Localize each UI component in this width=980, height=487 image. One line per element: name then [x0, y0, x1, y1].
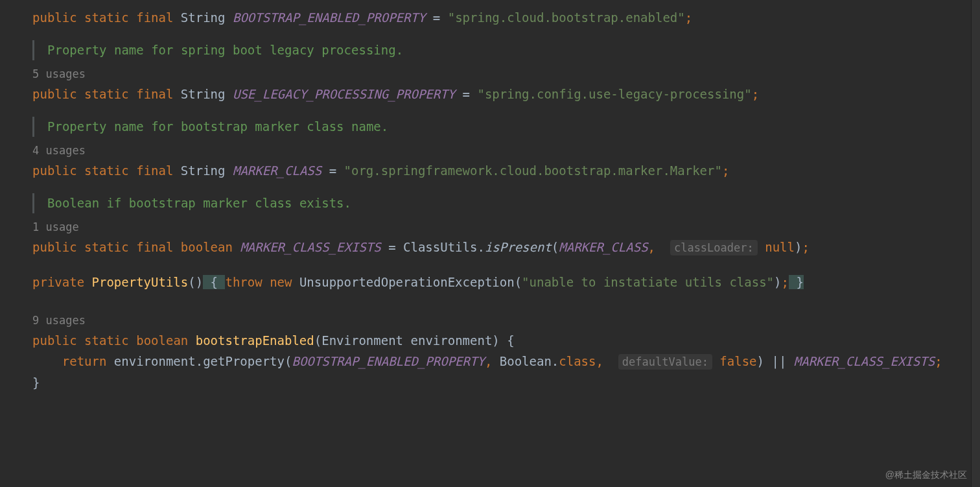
- method-bootstrapenabled: bootstrapEnabled: [196, 333, 314, 348]
- code-line: private PropertyUtils() { throw new Unsu…: [32, 272, 980, 292]
- type-string: String: [181, 10, 226, 25]
- usages-hint[interactable]: 9 usages: [32, 312, 980, 329]
- string-literal: "spring.config.use-legacy-processing": [477, 87, 751, 101]
- watermark: @稀土掘金技术社区: [885, 468, 967, 482]
- scrollbar[interactable]: [971, 0, 980, 487]
- usages-hint[interactable]: 4 usages: [32, 142, 980, 160]
- const-use-legacy: USE_LEGACY_PROCESSING_PROPERTY: [233, 87, 455, 101]
- brace-highlight: {: [203, 275, 225, 289]
- code-line: public static final String USE_LEGACY_PR…: [32, 84, 980, 104]
- param-hint: classLoader:: [670, 240, 758, 255]
- code-line: return environment.getProperty(BOOTSTRAP…: [32, 351, 980, 371]
- string-literal: "spring.cloud.bootstrap.enabled": [448, 10, 685, 25]
- string-literal: "unable to instatiate utils class": [522, 275, 774, 289]
- string-literal: "org.springframework.cloud.bootstrap.mar…: [344, 163, 722, 178]
- usages-hint[interactable]: 1 usage: [32, 219, 980, 236]
- code-line: public static boolean bootstrapEnabled(E…: [32, 331, 980, 350]
- const-bootstrap-enabled: BOOTSTRAP_ENABLED_PROPERTY: [233, 10, 425, 25]
- javadoc-text: Property name for bootstrap marker class…: [47, 119, 388, 134]
- code-line: public static final String BOOTSTRAP_ENA…: [32, 8, 980, 27]
- keyword-static: static: [84, 10, 129, 25]
- param-hint: defaultValue:: [618, 354, 712, 370]
- javadoc-block: Property name for spring boot legacy pro…: [32, 40, 980, 60]
- method-ispresent: isPresent: [485, 240, 552, 254]
- javadoc-text: Boolean if bootstrap marker class exists…: [47, 196, 351, 210]
- const-marker-class: MARKER_CLASS: [233, 163, 321, 178]
- keyword-public: public: [32, 10, 77, 25]
- keyword-final: final: [136, 10, 173, 25]
- code-line: }: [32, 373, 980, 392]
- usages-hint[interactable]: 5 usages: [32, 65, 980, 83]
- const-marker-exists: MARKER_CLASS_EXISTS: [240, 240, 380, 254]
- constructor-propertyutils: PropertyUtils: [92, 275, 189, 289]
- method-getproperty: getProperty: [203, 354, 285, 368]
- javadoc-block: Boolean if bootstrap marker class exists…: [32, 193, 980, 213]
- code-line: public static final boolean MARKER_CLASS…: [32, 237, 980, 257]
- code-line: public static final String MARKER_CLASS …: [32, 161, 980, 180]
- javadoc-block: Property name for bootstrap marker class…: [32, 117, 980, 136]
- brace-highlight: }: [789, 275, 804, 289]
- code-editor[interactable]: public static final String BOOTSTRAP_ENA…: [32, 8, 980, 392]
- javadoc-text: Property name for spring boot legacy pro…: [47, 43, 403, 57]
